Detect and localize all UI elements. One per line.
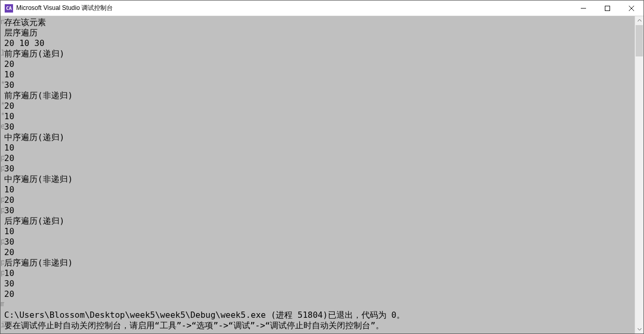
console-line: 30	[4, 237, 635, 247]
minimize-button[interactable]	[571, 1, 595, 16]
console-line: 10	[4, 70, 635, 80]
console-area: n l * * * e p p p p p p p m i 存在该元素层序遍历2…	[1, 16, 643, 333]
svg-rect-0	[605, 6, 610, 10]
maximize-button[interactable]	[595, 1, 619, 16]
console-line: 前序遍历(递归)	[4, 49, 635, 59]
console-line: 层序遍历	[4, 28, 635, 38]
scroll-thumb[interactable]	[636, 25, 643, 56]
console-line: 中序遍历(递归)	[4, 132, 635, 143]
console-line: 30	[4, 164, 635, 174]
chevron-down-icon	[637, 327, 642, 331]
console-line: 20	[4, 59, 635, 70]
console-line: 中序遍历(非递归)	[4, 174, 635, 185]
maximize-icon	[605, 6, 610, 11]
console-line: 30	[4, 80, 635, 90]
console-line: 10	[4, 226, 635, 237]
console-line: 存在该元素	[4, 17, 635, 28]
console-line: 30	[4, 122, 635, 132]
window-title: Microsoft Visual Studio 调试控制台	[16, 4, 113, 13]
console-output[interactable]: 存在该元素层序遍历20 10 30前序遍历(递归)201030前序遍历(非递归)…	[4, 16, 635, 333]
console-line: 后序遍历(非递归)	[4, 258, 635, 268]
scroll-down-button[interactable]	[635, 325, 643, 333]
close-icon	[629, 6, 634, 11]
console-line: 30	[4, 279, 635, 289]
console-line: 20 10 30	[4, 38, 635, 49]
console-line: 10	[4, 111, 635, 122]
titlebar[interactable]: CA Microsoft Visual Studio 调试控制台	[1, 1, 643, 16]
console-line: C:\Users\Blossom\Desktop\week5\week5\Deb…	[4, 310, 635, 320]
close-button[interactable]	[619, 1, 643, 16]
scroll-up-button[interactable]	[635, 16, 643, 25]
console-line: 10	[4, 185, 635, 195]
minimize-icon	[581, 6, 586, 11]
console-line: 前序遍历(非递归)	[4, 90, 635, 101]
console-line: 20	[4, 289, 635, 300]
console-line: 要在调试停止时自动关闭控制台，请启用“工具”->“选项”->“调试”->“调试停…	[4, 320, 635, 331]
console-line: 30	[4, 205, 635, 216]
console-line: 20	[4, 247, 635, 258]
console-line: 后序遍历(递归)	[4, 216, 635, 226]
console-line: 20	[4, 153, 635, 164]
window: CA Microsoft Visual Studio 调试控制台 n l * *…	[0, 0, 644, 334]
console-line: 10	[4, 143, 635, 153]
console-line: 20	[4, 101, 635, 111]
chevron-up-icon	[637, 18, 642, 23]
left-gutter: n l * * * e p p p p p p p m i	[1, 16, 4, 333]
console-line: 20	[4, 195, 635, 205]
app-icon: CA	[5, 4, 13, 13]
vertical-scrollbar[interactable]	[635, 16, 643, 333]
scroll-track[interactable]	[635, 25, 643, 325]
console-line	[4, 300, 635, 310]
console-line: 10	[4, 268, 635, 279]
app-icon-text: CA	[6, 6, 12, 11]
